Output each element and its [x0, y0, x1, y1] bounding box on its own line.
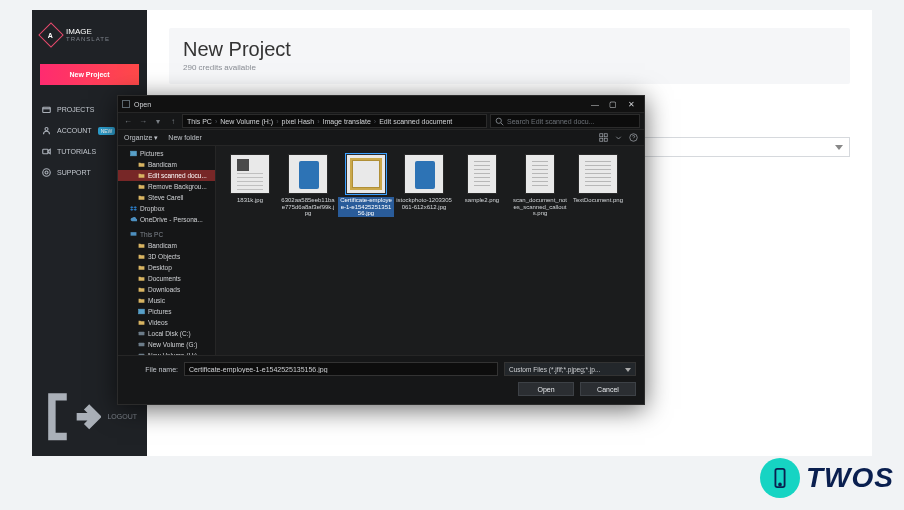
breadcrumb[interactable]: This PC› New Volume (H:)› pixel Hash› Im… [182, 114, 487, 128]
file-thumbnail[interactable]: Certificate-employee-1-e1542525135156.jp… [338, 154, 394, 217]
filename-label: File name: [126, 366, 178, 373]
tree-item[interactable]: Remove Backgrou... [118, 181, 215, 192]
help-button[interactable] [629, 133, 638, 142]
user-icon [42, 126, 51, 135]
nav-forward-button[interactable]: → [137, 117, 149, 126]
tree-item[interactable]: Music [118, 295, 215, 306]
brand-mark-icon: A [38, 22, 63, 47]
lifebuoy-icon [42, 168, 51, 177]
svg-rect-9 [604, 138, 607, 141]
brand-logo: A IMAGETRANSLATE [32, 10, 147, 58]
view-icons-button[interactable] [599, 133, 608, 142]
maximize-button[interactable]: ▢ [604, 97, 622, 111]
file-thumbnail[interactable]: 6302aa585eeb11bae775d6a8af3ef99k.jpg [280, 154, 336, 217]
svg-point-4 [45, 171, 48, 174]
svg-point-1 [45, 128, 48, 131]
tree-item[interactable]: Bandicam [118, 240, 215, 251]
svg-rect-7 [604, 134, 607, 137]
svg-rect-0 [43, 107, 51, 112]
svg-rect-16 [139, 332, 145, 336]
nav-label: TUTORIALS [57, 148, 96, 155]
tree-item[interactable]: New Volume (G:) [118, 339, 215, 350]
logout-icon [42, 387, 101, 446]
svg-point-5 [496, 118, 501, 123]
file-thumbnail[interactable]: istockphoto-1203305061-612x612.jpg [396, 154, 452, 217]
folder-icon [42, 105, 51, 114]
search-icon [495, 117, 504, 126]
tree-item[interactable]: Bandicam [118, 159, 215, 170]
credits-remaining: 290 credits available [183, 63, 836, 72]
folder-tree[interactable]: PicturesBandicamEdit scanned docu...Remo… [118, 146, 216, 355]
tree-item[interactable]: Downloads [118, 284, 215, 295]
svg-rect-17 [139, 343, 145, 347]
svg-point-21 [779, 484, 781, 486]
file-thumbnail[interactable]: 1831k.jpg [222, 154, 278, 217]
search-input[interactable]: Search Edit scanned docu... [490, 114, 640, 128]
tree-item[interactable]: 3D Objects [118, 251, 215, 262]
video-icon [42, 147, 51, 156]
page-title: New Project [183, 38, 836, 61]
tree-item[interactable]: Videos [118, 317, 215, 328]
view-dropdown-button[interactable] [614, 133, 623, 142]
new-project-button[interactable]: New Project [40, 64, 139, 85]
watermark: TWOS [760, 458, 894, 498]
dialog-titlebar[interactable]: Open — ▢ ✕ [118, 96, 644, 112]
filename-input[interactable] [184, 362, 498, 376]
svg-rect-2 [43, 149, 48, 154]
file-thumbnail[interactable]: scan_document_notes_scanned_callouts.png [512, 154, 568, 217]
tree-item[interactable]: This PC [118, 229, 215, 240]
tree-item[interactable]: Pictures [118, 148, 215, 159]
watermark-phone-icon [760, 458, 800, 498]
nav-recent-button[interactable]: ▾ [152, 117, 164, 126]
nav-label: ACCOUNT [57, 127, 92, 134]
svg-rect-6 [600, 134, 603, 137]
brand-name: IMAGETRANSLATE [66, 28, 110, 42]
nav-label: PROJECTS [57, 106, 94, 113]
file-grid[interactable]: 1831k.jpg6302aa585eeb11bae775d6a8af3ef99… [216, 146, 644, 355]
svg-rect-13 [131, 232, 137, 236]
cancel-button[interactable]: Cancel [580, 382, 636, 396]
file-thumbnail[interactable]: sample2.png [454, 154, 510, 217]
new-folder-button[interactable]: New folder [168, 134, 201, 141]
dialog-title: Open [134, 101, 586, 108]
tree-item[interactable]: Desktop [118, 262, 215, 273]
tree-item[interactable]: Documents [118, 273, 215, 284]
tree-item[interactable]: OneDrive - Persona... [118, 214, 215, 225]
tree-item[interactable]: Dropbox [118, 203, 215, 214]
file-open-dialog: Open — ▢ ✕ ← → ▾ ↑ This PC› New Volume (… [117, 95, 645, 405]
page-header: New Project 290 credits available [169, 28, 850, 84]
window-icon [122, 100, 130, 108]
filetype-select[interactable]: Custom Files (*.jfif;*.pjpeg;*.jp... [504, 362, 636, 376]
tree-item[interactable]: Pictures [118, 306, 215, 317]
svg-point-3 [43, 169, 51, 177]
tree-item[interactable]: Local Disk (C:) [118, 328, 215, 339]
organize-menu[interactable]: Organize ▾ [124, 134, 158, 142]
nav-label: SUPPORT [57, 169, 91, 176]
file-thumbnail[interactable]: TextDocument.png [570, 154, 626, 217]
new-badge: NEW [98, 127, 116, 135]
nav-back-button[interactable]: ← [122, 117, 134, 126]
close-button[interactable]: ✕ [622, 97, 640, 111]
open-button[interactable]: Open [518, 382, 574, 396]
svg-rect-8 [600, 138, 603, 141]
tree-item[interactable]: Steve Carell [118, 192, 215, 203]
minimize-button[interactable]: — [586, 97, 604, 111]
nav-up-button[interactable]: ↑ [167, 117, 179, 126]
tree-item[interactable]: Edit scanned docu... [118, 170, 215, 181]
